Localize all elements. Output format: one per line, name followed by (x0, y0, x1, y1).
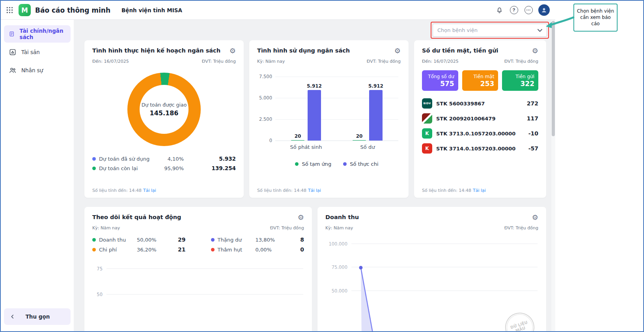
account-number: STK 3713.0.1057203.00000 (436, 131, 515, 137)
chevron-down-icon (538, 29, 542, 32)
performance-metrics: Doanh thu 50,00% 29 Thặng dư 13,80% 8 (92, 236, 304, 253)
gridline: 50 (106, 294, 303, 294)
bar-value-label: 20 (356, 133, 363, 139)
vertical-scrollbar[interactable] (551, 20, 555, 331)
main-layout: Tài chính/ngân sách Tài sản Nhân sự (1, 20, 555, 331)
tile-total: Tổng số dư 575 (422, 70, 458, 91)
tile-deposit: Tiền gửi 322 (502, 70, 538, 91)
app-launcher-button[interactable] (6, 7, 13, 13)
account-balance: -57 (528, 145, 538, 152)
sidebar: Tài chính/ngân sách Tài sản Nhân sự (1, 20, 74, 331)
reload-link[interactable]: Tải lại (143, 188, 156, 193)
legend-row: Dự toán còn lại 95,90% 139.254 (92, 163, 236, 173)
metric-row: Doanh thu 50,00% 29 (92, 236, 186, 243)
sidebar-item-hr[interactable]: Nhân sự (4, 62, 71, 79)
bar-chart-legend: Số tạm ứng Số thực chi (275, 161, 398, 167)
metric-value: 21 (178, 246, 185, 253)
tile-value: 575 (440, 81, 454, 87)
org-name: Bệnh viện tỉnh MISA (121, 7, 182, 13)
sidebar-item-label: Nhân sự (21, 67, 43, 73)
bank-icon: K (422, 143, 432, 154)
donut-center-value: 145.186 (150, 109, 179, 117)
y-tick: 5.000 (257, 95, 272, 101)
legend-dot (92, 238, 96, 242)
data-as-of: Số liệu tính đến: 14:48 (92, 188, 142, 193)
legend-label: Số thực chi (350, 161, 378, 167)
settings-gear-icon[interactable]: ⚙ (532, 47, 538, 54)
bar-value-label: 5.912 (368, 83, 383, 89)
settings-gear-icon[interactable]: ⚙ (230, 47, 236, 54)
x-category-label: Số phát sinh (275, 144, 337, 150)
legend-value: 5.932 (184, 156, 236, 162)
metric-value: 29 (178, 236, 185, 243)
y-tick: 50 (97, 292, 103, 297)
legend-percent: 4,10% (159, 156, 184, 162)
reload-link[interactable]: Tải lại (308, 188, 321, 193)
legend-dot (92, 157, 96, 161)
account-row: K STK 3714.0.1057203.00000 -57 (422, 141, 538, 156)
donut-center-label: Dự toán được giao (142, 102, 187, 108)
avatar[interactable] (538, 4, 550, 16)
tile-label: Tiền mặt (473, 74, 494, 79)
notifications-button[interactable] (493, 4, 505, 16)
asset-icon (9, 48, 17, 56)
legend-row: Dự toán đã sử dụng 4,10% 5.932 (92, 154, 236, 163)
y-tick: 7.500 (257, 74, 272, 79)
sidebar-item-finance[interactable]: Tài chính/ngân sách (4, 25, 71, 43)
metric-label: Thâm hụt (218, 247, 256, 253)
metric-value: 0 (300, 246, 304, 253)
bar-value-label: 5.912 (307, 83, 322, 89)
metric-row: Thâm hụt 0,00% 0 (211, 246, 304, 253)
question-icon: ? (510, 6, 518, 14)
cards-row-2: Theo dõi kết quả hoạt động ⚙ Kỳ: Năm nay… (84, 207, 551, 331)
period-label: Đến: 16/07/2025 (92, 59, 129, 64)
y-tick: 75 (97, 266, 103, 272)
account-list: BIDV STK 5600339867 272 STK 200920100647… (422, 96, 538, 156)
more-button[interactable]: ⋯ (523, 4, 534, 16)
unit-label: ĐVT: Triệu đồng (504, 59, 538, 64)
legend-label: Số tạm ứng (302, 161, 331, 167)
performance-chart: 75 50 (92, 263, 304, 331)
card-title: Doanh thu (325, 214, 359, 220)
card-revenue: Doanh thu ⚙ Kỳ: Năm nay ĐVT: Triệu đồng … (317, 207, 546, 331)
summary-tiles: Tổng số dư 575 Tiền mặt 253 Tiền gửi 322 (422, 70, 538, 91)
legend-dot (92, 248, 96, 251)
unit-label: ĐVT: Triệu đồng (367, 59, 401, 64)
ellipsis-icon: ⋯ (525, 6, 533, 14)
hospital-select[interactable]: Chọn bệnh viện (433, 24, 547, 37)
card-footer: Số liệu tính đến: 14:48Tải lại (92, 188, 156, 193)
misa-logo: M (19, 4, 31, 16)
gridline: 75 (106, 268, 303, 269)
card-cash-balance: Số dư tiền mặt, tiền gửi ⚙ Đến: 16/07/20… (414, 40, 546, 198)
cards-row-1: Tình hình thực hiện kế hoạch ngân sách ⚙… (84, 40, 551, 198)
people-icon (9, 66, 17, 74)
metric-row: Chi phí 36,20% 21 (92, 246, 186, 253)
settings-gear-icon[interactable]: ⚙ (298, 214, 304, 221)
donut-center: Dự toán được giao 145.186 (127, 73, 201, 146)
finance-icon (9, 30, 15, 38)
settings-gear-icon[interactable]: ⚙ (532, 214, 538, 221)
legend-dot (343, 162, 347, 166)
metric-percent: 13,80% (256, 237, 283, 243)
collapse-label: Thu gọn (16, 313, 60, 320)
bar (291, 140, 304, 141)
legend-dot (295, 162, 299, 166)
reload-link[interactable]: Tải lại (473, 188, 486, 193)
x-category-label: Số dư (337, 144, 398, 150)
metric-label: Chi phí (99, 247, 137, 253)
collapse-sidebar-button[interactable]: Thu gọn (4, 308, 71, 325)
metric-percent: 36,20% (137, 247, 164, 253)
donut-legend: Dự toán đã sử dụng 4,10% 5.932 Dự toán c… (92, 154, 236, 173)
y-tick: 100.000 (329, 241, 347, 247)
tile-label: Tiền gửi (515, 74, 534, 79)
metric-row: Thặng dư 13,80% 8 (211, 236, 304, 243)
budget-donut-wrap: Dự toán được giao 145.186 (127, 73, 201, 146)
settings-gear-icon[interactable]: ⚙ (394, 47, 401, 54)
chevron-left-icon (9, 313, 16, 320)
bar-group: 20 5.912 (337, 77, 398, 141)
metric-percent: 0,00% (256, 247, 283, 253)
help-button[interactable]: ? (508, 4, 520, 16)
grid-icon (6, 7, 13, 13)
scrollbar-thumb[interactable] (552, 21, 555, 136)
sidebar-item-assets[interactable]: Tài sản (4, 43, 71, 61)
